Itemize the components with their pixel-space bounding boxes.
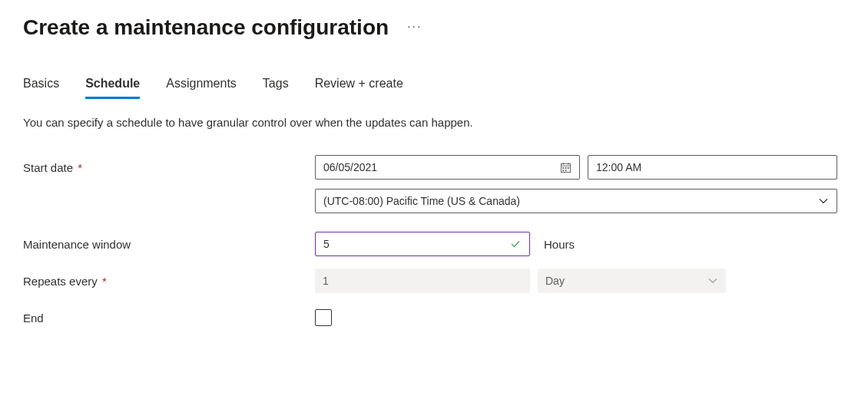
maintenance-window-input[interactable]: 5: [315, 232, 530, 256]
label-text: Repeats every: [23, 275, 98, 288]
timezone-select[interactable]: (UTC-08:00) Pacific Time (US & Canada): [315, 189, 837, 213]
maintenance-window-value: 5: [323, 238, 330, 250]
start-date-input[interactable]: 06/05/2021: [315, 155, 580, 180]
tabs: Basics Schedule Assignments Tags Review …: [23, 77, 845, 99]
tab-review[interactable]: Review + create: [315, 77, 403, 99]
svg-rect-7: [562, 170, 564, 171]
repeats-every-input[interactable]: 1: [315, 269, 530, 293]
start-date-label: Start date *: [23, 161, 315, 174]
repeats-every-unit-value: Day: [545, 275, 565, 287]
tab-basics[interactable]: Basics: [23, 77, 59, 99]
start-time-value: 12:00 AM: [596, 161, 641, 173]
label-text: Start date: [23, 161, 73, 174]
page-title: Create a maintenance configuration: [23, 15, 389, 40]
maintenance-window-unit: Hours: [544, 238, 575, 251]
start-date-value: 06/05/2021: [323, 161, 377, 173]
start-time-input[interactable]: 12:00 AM: [588, 155, 837, 180]
tab-schedule[interactable]: Schedule: [85, 77, 140, 99]
maintenance-window-label: Maintenance window: [23, 238, 315, 251]
calendar-icon[interactable]: [560, 162, 571, 173]
chevron-down-icon: [818, 196, 829, 206]
required-indicator: *: [75, 161, 82, 174]
required-indicator: *: [99, 275, 107, 288]
svg-rect-4: [562, 167, 564, 169]
tab-tags[interactable]: Tags: [263, 77, 289, 99]
timezone-value: (UTC-08:00) Pacific Time (US & Canada): [323, 195, 520, 207]
tab-assignments[interactable]: Assignments: [166, 77, 237, 99]
more-icon[interactable]: ···: [407, 20, 422, 35]
tab-description: You can specify a schedule to have granu…: [23, 116, 845, 129]
repeats-every-value: 1: [323, 275, 329, 287]
svg-rect-6: [568, 167, 569, 169]
repeats-every-unit-select[interactable]: Day: [538, 269, 726, 293]
svg-rect-5: [565, 167, 567, 169]
chevron-down-icon: [707, 275, 718, 286]
svg-rect-8: [565, 170, 567, 171]
checkmark-icon: [509, 238, 522, 250]
repeats-every-label: Repeats every *: [23, 275, 315, 288]
end-label: End: [23, 311, 315, 325]
end-checkbox[interactable]: [315, 309, 332, 326]
